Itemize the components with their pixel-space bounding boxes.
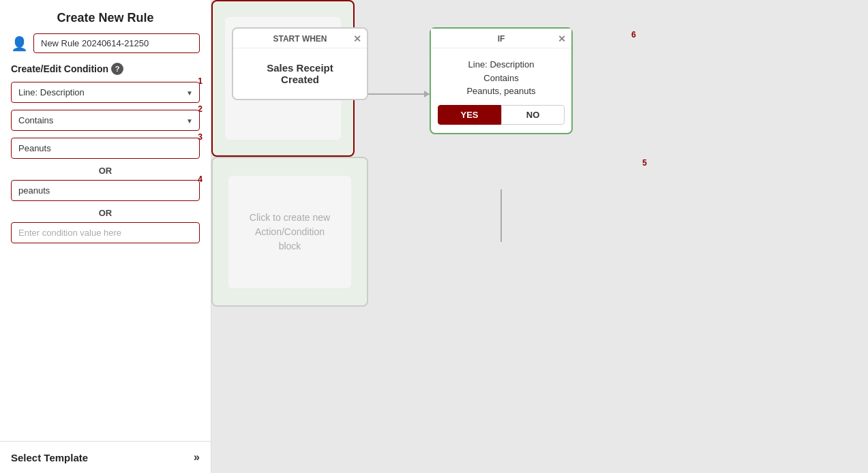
placeholder-bottom-inner: Click to create newAction/Conditionblock	[228, 176, 351, 288]
if-header: IF ✕	[431, 29, 571, 48]
select-template-row[interactable]: Select Template »	[0, 441, 211, 473]
if-buttons: YES NO	[431, 105, 571, 133]
start-when-block: START WHEN ✕ Sales ReceiptCreated	[232, 27, 368, 100]
or-label-2: OR	[11, 208, 200, 218]
if-block: IF ✕ Line: DescriptionContainsPeanuts, p…	[430, 27, 573, 134]
placeholder-bottom-center[interactable]: Click to create newAction/Conditionblock	[211, 157, 368, 307]
yes-button[interactable]: YES	[438, 105, 501, 125]
field4-wrapper: 4	[11, 180, 200, 201]
connector-line	[368, 93, 430, 95]
field5-wrapper	[11, 222, 200, 243]
field2-select-wrapper: Contains	[11, 110, 200, 131]
field3-input[interactable]	[11, 138, 200, 159]
no-button[interactable]: NO	[501, 105, 565, 125]
canvas: START WHEN ✕ Sales ReceiptCreated IF ✕ L…	[211, 0, 868, 473]
if-content: Line: DescriptionContainsPeanuts, peanut…	[460, 48, 542, 105]
field3-wrapper: 3	[11, 138, 200, 159]
v-connector	[500, 189, 502, 242]
chevron-right-icon: »	[194, 451, 200, 463]
badge-5: 5	[642, 158, 647, 168]
if-close[interactable]: ✕	[558, 33, 566, 44]
start-when-header: START WHEN ✕	[233, 29, 367, 48]
field2-select[interactable]: Contains	[11, 110, 200, 131]
condition-label: Create/Edit Condition ?	[11, 63, 200, 75]
rule-name-row: 👤 New Rule 20240614-21250	[0, 33, 211, 63]
field1-select[interactable]: Line: Description	[11, 82, 200, 103]
field5-input[interactable]	[11, 222, 200, 243]
field1-select-wrapper: Line: Description	[11, 82, 200, 103]
sidebar: Create New Rule 👤 New Rule 20240614-2125…	[0, 0, 211, 473]
field3-number: 3	[198, 132, 203, 142]
or-label-1: OR	[11, 166, 200, 176]
field4-number: 4	[198, 174, 203, 184]
condition-section: Create/Edit Condition ? 1 Line: Descript…	[0, 63, 211, 250]
start-when-content: Sales ReceiptCreated	[260, 48, 340, 99]
field2-wrapper: 2 Contains	[11, 110, 200, 131]
if-title: IF	[498, 34, 505, 44]
sidebar-title: Create New Rule	[0, 0, 211, 33]
badge-6: 6	[631, 30, 636, 40]
rule-name-display: New Rule 20240614-21250	[33, 33, 200, 53]
select-template-label: Select Template	[11, 452, 88, 463]
start-when-title: START WHEN	[273, 34, 327, 44]
rule-icon: 👤	[11, 35, 28, 52]
help-icon[interactable]: ?	[111, 63, 123, 75]
field1-wrapper: 1 Line: Description	[11, 82, 200, 103]
start-when-close[interactable]: ✕	[353, 33, 361, 44]
field4-input[interactable]	[11, 180, 200, 201]
